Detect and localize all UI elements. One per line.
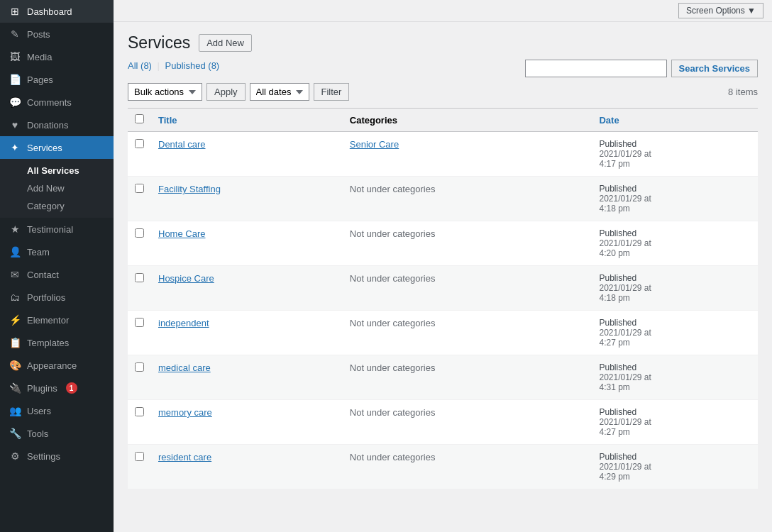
plugins-icon: 🔌 — [9, 382, 21, 394]
sidebar-item-testimonial[interactable]: ★ Testimonial — [0, 218, 114, 240]
sidebar-item-label: Dashboard — [27, 6, 72, 17]
templates-icon: 📋 — [9, 337, 21, 348]
select-all-checkbox[interactable] — [135, 114, 144, 123]
category-none: Not under categories — [343, 311, 592, 355]
sidebar-item-label: Appearance — [27, 360, 77, 371]
row-checkbox[interactable] — [135, 139, 144, 148]
screen-options-button[interactable]: Screen Options ▼ — [678, 3, 763, 18]
row-checkbox[interactable] — [135, 362, 144, 372]
filter-button[interactable]: Filter — [314, 83, 350, 101]
title-sort-link[interactable]: Title — [158, 115, 177, 126]
add-new-button[interactable]: Add New — [199, 34, 252, 52]
sidebar-item-settings[interactable]: ⚙ Settings — [0, 445, 114, 467]
sidebar-item-elementor[interactable]: ⚡ Elementor — [0, 309, 114, 331]
sidebar-item-plugins[interactable]: 🔌 Plugins 1 — [0, 377, 114, 399]
sidebar-item-label: Portfolios — [27, 292, 65, 303]
sidebar-item-tools[interactable]: 🔧 Tools — [0, 422, 114, 445]
search-services-button[interactable]: Search Services — [671, 60, 758, 77]
date-cell: Published2021/01/29 at4:27 pm — [592, 400, 758, 445]
sidebar-item-team[interactable]: 👤 Team — [0, 240, 114, 263]
sidebar-item-label: Media — [27, 52, 52, 62]
row-checkbox[interactable] — [135, 273, 144, 282]
elementor-icon: ⚡ — [9, 314, 21, 326]
sidebar-item-donations[interactable]: ♥ Donations — [0, 113, 114, 136]
search-input[interactable] — [525, 60, 667, 77]
posts-icon: ✎ — [9, 28, 21, 40]
media-icon: 🖼 — [9, 51, 21, 62]
sidebar-item-label: Templates — [27, 338, 69, 348]
date-cell: Published2021/01/29 at4:20 pm — [592, 221, 758, 266]
team-icon: 👤 — [9, 246, 21, 257]
row-checkbox[interactable] — [135, 318, 144, 327]
sidebar-item-comments[interactable]: 💬 Comments — [0, 91, 114, 113]
bulk-actions-select[interactable]: Bulk actions — [128, 83, 202, 101]
table-row: Dental careSenior CarePublished2021/01/2… — [128, 132, 758, 177]
sidebar-item-label: Pages — [27, 74, 53, 85]
sidebar-item-dashboard[interactable]: ⊞ Dashboard — [0, 0, 114, 23]
sidebar-item-templates[interactable]: 📋 Templates — [0, 331, 114, 354]
sidebar-item-label: Settings — [27, 451, 60, 462]
sidebar-item-services[interactable]: ✦ Services — [0, 136, 114, 159]
date-sort-link[interactable]: Date — [599, 115, 619, 126]
service-title-link[interactable]: independent — [158, 318, 209, 328]
sidebar-item-label: Users — [27, 406, 51, 416]
category-none: Not under categories — [343, 400, 592, 445]
date-cell: Published2021/01/29 at4:29 pm — [592, 445, 758, 489]
sidebar-item-pages[interactable]: 📄 Pages — [0, 68, 114, 91]
row-checkbox[interactable] — [135, 407, 144, 416]
sidebar-item-label: Plugins — [27, 383, 57, 394]
category-none: Not under categories — [343, 355, 592, 400]
apply-button[interactable]: Apply — [206, 83, 246, 101]
sidebar-item-appearance[interactable]: 🎨 Appearance — [0, 354, 114, 377]
comments-icon: 💬 — [9, 96, 21, 108]
items-count: 8 items — [728, 87, 758, 97]
pages-icon: 📄 — [9, 74, 21, 85]
donations-icon: ♥ — [9, 119, 21, 131]
date-cell: Published2021/01/29 at4:27 pm — [592, 311, 758, 355]
sidebar-sub-item-all-services[interactable]: All Services — [0, 162, 114, 179]
category-link[interactable]: Senior Care — [350, 139, 399, 150]
row-checkbox[interactable] — [135, 228, 144, 238]
table-row: independentNot under categoriesPublished… — [128, 311, 758, 355]
sidebar-item-posts[interactable]: ✎ Posts — [0, 23, 114, 45]
table-body: Dental careSenior CarePublished2021/01/2… — [128, 132, 758, 489]
date-cell: Published2021/01/29 at4:17 pm — [592, 132, 758, 177]
select-all-header — [128, 109, 151, 132]
service-title-link[interactable]: Home Care — [158, 228, 205, 239]
row-checkbox[interactable] — [135, 452, 144, 461]
sidebar-item-portfolios[interactable]: 🗂 Portfolios — [0, 286, 114, 309]
date-cell: Published2021/01/29 at4:18 pm — [592, 177, 758, 221]
service-title-link[interactable]: Facility Staffing — [158, 184, 221, 194]
sidebar-item-label: Contact — [27, 270, 59, 280]
service-title-link[interactable]: Dental care — [158, 139, 205, 150]
service-title-link[interactable]: resident care — [158, 452, 211, 462]
plugins-badge: 1 — [66, 382, 77, 394]
sidebar-item-label: Tools — [27, 428, 48, 439]
dashboard-icon: ⊞ — [9, 6, 21, 17]
contact-icon: ✉ — [9, 269, 21, 280]
sidebar-item-media[interactable]: 🖼 Media — [0, 45, 114, 68]
sidebar-sub-item-add-new[interactable]: Add New — [0, 179, 114, 197]
sidebar-item-label: Testimonial — [27, 224, 73, 235]
appearance-icon: 🎨 — [9, 360, 21, 371]
tools-icon: 🔧 — [9, 428, 21, 439]
sidebar-sub-item-category[interactable]: Category — [0, 197, 114, 215]
filter-published-link[interactable]: Published (8) — [165, 60, 220, 71]
service-title-link[interactable]: Hospice Care — [158, 273, 214, 284]
sidebar-item-contact[interactable]: ✉ Contact — [0, 263, 114, 286]
service-title-link[interactable]: medical care — [158, 362, 211, 373]
filter-all-link[interactable]: All (8) — [128, 60, 152, 71]
table-row: resident careNot under categoriesPublish… — [128, 445, 758, 489]
dates-filter-select[interactable]: All dates — [250, 83, 309, 101]
top-row: All (8) | Published (8) Search Services — [128, 60, 758, 77]
testimonial-icon: ★ — [9, 223, 21, 235]
table-header-row: Title Categories Date — [128, 109, 758, 132]
search-area: Search Services — [525, 60, 758, 77]
categories-column-header: Categories — [343, 109, 592, 132]
row-checkbox[interactable] — [135, 184, 144, 193]
sidebar-item-users[interactable]: 👥 Users — [0, 399, 114, 422]
main-content: Screen Options ▼ Services Add New All (8… — [114, 0, 772, 532]
category-none: Not under categories — [343, 445, 592, 489]
service-title-link[interactable]: memory care — [158, 407, 212, 418]
sidebar: ⊞ Dashboard ✎ Posts 🖼 Media 📄 Pages 💬 Co… — [0, 0, 114, 532]
